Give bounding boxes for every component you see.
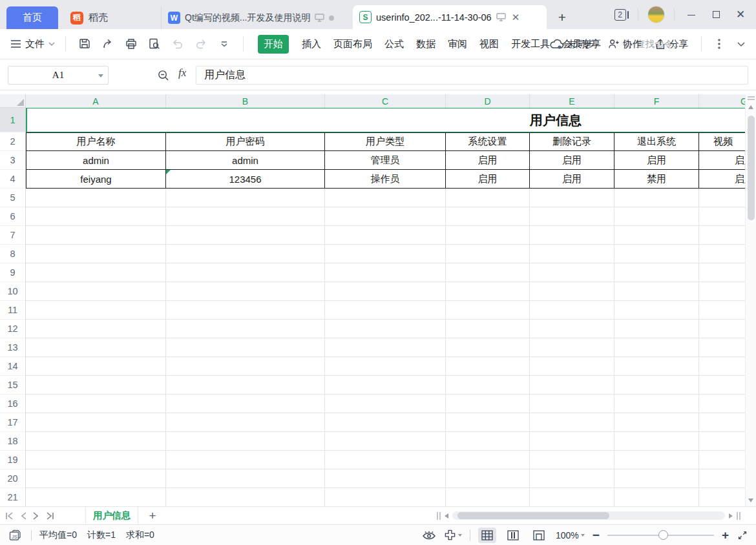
cell[interactable]: [166, 357, 325, 375]
cell[interactable]: 视频: [699, 132, 745, 151]
cell[interactable]: [446, 245, 530, 263]
cell[interactable]: [26, 245, 166, 263]
next-sheet-icon[interactable]: [33, 512, 39, 520]
tab-docer[interactable]: 稻 稻壳: [61, 6, 158, 29]
cell[interactable]: [26, 338, 166, 356]
last-sheet-icon[interactable]: [45, 512, 54, 520]
export-button[interactable]: [100, 36, 116, 52]
ribbon-tab-数据[interactable]: 数据: [416, 38, 436, 50]
row-header-10[interactable]: 10: [0, 282, 25, 301]
cell[interactable]: 操作员: [325, 170, 446, 189]
merged-title-cell[interactable]: 用户信息: [26, 108, 745, 132]
zoom-out-button[interactable]: −: [593, 529, 600, 541]
cell[interactable]: [614, 282, 699, 300]
cell[interactable]: [446, 226, 530, 244]
cell[interactable]: 启用: [446, 151, 530, 170]
cell[interactable]: [325, 226, 446, 244]
cell[interactable]: [699, 488, 745, 506]
cell[interactable]: [614, 413, 699, 431]
split-pane-grip[interactable]: [737, 512, 740, 520]
collapse-ribbon-chevron-icon[interactable]: [733, 36, 750, 52]
print-button[interactable]: [123, 36, 140, 52]
row-header-8[interactable]: 8: [0, 245, 25, 263]
cell[interactable]: 启用: [530, 170, 614, 189]
cell[interactable]: [166, 451, 325, 469]
cell[interactable]: [446, 451, 530, 469]
fullscreen-icon[interactable]: [737, 530, 748, 541]
scroll-up-icon[interactable]: [748, 105, 753, 109]
column-header-D[interactable]: D: [446, 94, 530, 108]
cell[interactable]: [530, 432, 614, 450]
row-header-12[interactable]: 12: [0, 320, 25, 338]
cell[interactable]: 启用: [699, 170, 745, 189]
cell[interactable]: [530, 469, 614, 488]
cell[interactable]: [325, 432, 446, 450]
cell[interactable]: 管理员: [325, 151, 446, 170]
cell[interactable]: [446, 338, 530, 356]
cell[interactable]: [614, 338, 699, 356]
row-header-20[interactable]: 20: [0, 469, 25, 488]
cell[interactable]: admin: [26, 151, 166, 170]
insert-function-button[interactable]: fx: [178, 67, 186, 79]
cell[interactable]: [325, 282, 446, 300]
user-avatar[interactable]: [647, 6, 665, 23]
cell[interactable]: [325, 320, 446, 338]
cell[interactable]: [26, 263, 166, 282]
row-header-16[interactable]: 16: [0, 395, 25, 413]
cell[interactable]: [614, 395, 699, 413]
zoom-slider-thumb[interactable]: [658, 530, 668, 540]
cell[interactable]: [614, 226, 699, 244]
cell-name-box[interactable]: A1: [8, 66, 109, 85]
cell[interactable]: [166, 320, 325, 338]
cell[interactable]: [26, 207, 166, 225]
cell[interactable]: [530, 413, 614, 431]
share-button[interactable]: 分享: [651, 38, 692, 50]
cell[interactable]: [446, 189, 530, 207]
cell[interactable]: feiyang: [26, 170, 166, 189]
cell[interactable]: [26, 226, 166, 244]
split-pane-grip[interactable]: [437, 512, 441, 520]
cell[interactable]: [325, 207, 446, 225]
column-header-E[interactable]: E: [530, 94, 614, 108]
cell[interactable]: [26, 432, 166, 450]
column-header-A[interactable]: A: [26, 94, 166, 108]
formula-input[interactable]: 用户信息: [196, 66, 748, 85]
cell[interactable]: [614, 376, 699, 394]
cell[interactable]: [325, 189, 446, 207]
maximize-button[interactable]: [708, 8, 724, 21]
page-layout-view-button[interactable]: [530, 528, 548, 543]
row-header-2[interactable]: 2: [0, 132, 25, 151]
horizontal-scrollbar[interactable]: [437, 511, 740, 520]
cell[interactable]: [699, 320, 745, 338]
cell[interactable]: [26, 376, 166, 394]
cell[interactable]: [530, 263, 614, 282]
merged-title-row[interactable]: 用户信息: [26, 108, 745, 132]
cell[interactable]: 用户名称: [26, 132, 166, 151]
customize-quickbar-chevron-icon[interactable]: [216, 36, 233, 52]
row-header-4[interactable]: 4: [0, 170, 25, 189]
cell[interactable]: [446, 263, 530, 282]
cell[interactable]: [614, 245, 699, 263]
cell[interactable]: [614, 357, 699, 375]
cell[interactable]: [325, 338, 446, 356]
cell[interactable]: [325, 451, 446, 469]
cell[interactable]: [614, 320, 699, 338]
cell[interactable]: [530, 189, 614, 207]
sync-status[interactable]: 未同步: [546, 38, 599, 50]
cell[interactable]: [530, 395, 614, 413]
normal-view-button[interactable]: [478, 528, 496, 543]
vertical-scroll-thumb[interactable]: [748, 116, 755, 220]
ribbon-tab-审阅[interactable]: 审阅: [448, 38, 467, 50]
save-button[interactable]: [76, 36, 93, 52]
column-header-F[interactable]: F: [614, 94, 699, 108]
select-all-corner[interactable]: [0, 94, 26, 108]
zoom-out-magnifier-icon[interactable]: [157, 69, 169, 81]
cell[interactable]: [325, 395, 446, 413]
cell[interactable]: [166, 245, 325, 263]
more-options-icon[interactable]: [711, 36, 728, 52]
cell[interactable]: [26, 357, 166, 375]
cell[interactable]: [166, 189, 325, 207]
cell[interactable]: [166, 432, 325, 450]
cell[interactable]: [325, 357, 446, 375]
minimize-button[interactable]: [684, 8, 699, 21]
